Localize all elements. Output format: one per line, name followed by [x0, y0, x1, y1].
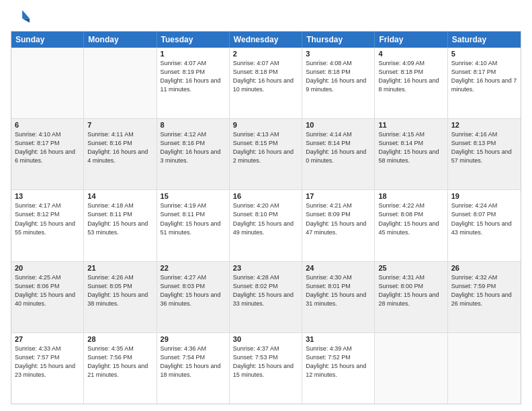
day-info: Sunrise: 4:18 AM Sunset: 8:11 PM Dayligh…	[87, 201, 152, 236]
calendar-row-3: 20Sunrise: 4:25 AM Sunset: 8:06 PM Dayli…	[11, 262, 521, 333]
day-number: 29	[161, 335, 226, 343]
calendar-cell	[448, 333, 521, 404]
calendar-cell: 23Sunrise: 4:28 AM Sunset: 8:02 PM Dayli…	[230, 262, 302, 332]
day-info: Sunrise: 4:24 AM Sunset: 8:07 PM Dayligh…	[451, 201, 517, 236]
calendar-cell: 2Sunrise: 4:07 AM Sunset: 8:18 PM Daylig…	[230, 48, 302, 118]
day-number: 2	[233, 50, 298, 58]
day-info: Sunrise: 4:07 AM Sunset: 8:19 PM Dayligh…	[161, 59, 226, 94]
calendar: SundayMondayTuesdayWednesdayThursdayFrid…	[11, 31, 521, 404]
day-info: Sunrise: 4:32 AM Sunset: 7:59 PM Dayligh…	[451, 273, 517, 308]
day-number: 3	[306, 50, 371, 58]
day-info: Sunrise: 4:07 AM Sunset: 8:18 PM Dayligh…	[233, 59, 298, 94]
calendar-cell: 7Sunrise: 4:11 AM Sunset: 8:16 PM Daylig…	[84, 119, 157, 189]
calendar-cell: 10Sunrise: 4:14 AM Sunset: 8:14 PM Dayli…	[302, 119, 375, 189]
svg-marker-0	[22, 10, 30, 18]
day-info: Sunrise: 4:13 AM Sunset: 8:15 PM Dayligh…	[233, 130, 298, 165]
day-number: 11	[378, 121, 443, 129]
day-number: 25	[378, 264, 443, 272]
day-info: Sunrise: 4:20 AM Sunset: 8:10 PM Dayligh…	[233, 201, 298, 236]
weekday-header-tuesday: Tuesday	[157, 32, 230, 48]
weekday-header-thursday: Thursday	[302, 32, 375, 48]
calendar-cell: 8Sunrise: 4:12 AM Sunset: 8:16 PM Daylig…	[157, 119, 230, 189]
day-number: 21	[87, 264, 152, 272]
day-number: 8	[161, 121, 226, 129]
day-info: Sunrise: 4:25 AM Sunset: 8:06 PM Dayligh…	[15, 273, 80, 308]
page: SundayMondayTuesdayWednesdayThursdayFrid…	[0, 0, 532, 411]
day-info: Sunrise: 4:16 AM Sunset: 8:13 PM Dayligh…	[451, 130, 517, 165]
day-number: 4	[378, 50, 443, 58]
day-number: 9	[233, 121, 298, 129]
day-number: 23	[233, 264, 298, 272]
calendar-cell	[11, 48, 84, 118]
day-number: 13	[15, 192, 80, 200]
calendar-cell: 26Sunrise: 4:32 AM Sunset: 7:59 PM Dayli…	[448, 262, 521, 332]
day-number: 7	[87, 121, 152, 129]
day-number: 28	[87, 335, 152, 343]
calendar-cell: 19Sunrise: 4:24 AM Sunset: 8:07 PM Dayli…	[448, 190, 521, 261]
calendar-cell: 13Sunrise: 4:17 AM Sunset: 8:12 PM Dayli…	[11, 190, 84, 261]
calendar-cell: 12Sunrise: 4:16 AM Sunset: 8:13 PM Dayli…	[448, 119, 521, 189]
day-number: 1	[161, 50, 226, 58]
calendar-cell: 17Sunrise: 4:21 AM Sunset: 8:09 PM Dayli…	[302, 190, 375, 261]
calendar-cell: 16Sunrise: 4:20 AM Sunset: 8:10 PM Dayli…	[230, 190, 302, 261]
calendar-cell: 3Sunrise: 4:08 AM Sunset: 8:18 PM Daylig…	[302, 48, 375, 118]
calendar-cell: 20Sunrise: 4:25 AM Sunset: 8:06 PM Dayli…	[11, 262, 84, 332]
day-info: Sunrise: 4:09 AM Sunset: 8:18 PM Dayligh…	[378, 59, 443, 94]
calendar-cell	[375, 333, 447, 404]
weekday-header-friday: Friday	[375, 32, 447, 48]
day-number: 5	[451, 50, 517, 58]
calendar-cell	[84, 48, 157, 118]
day-number: 10	[306, 121, 371, 129]
day-info: Sunrise: 4:27 AM Sunset: 8:03 PM Dayligh…	[161, 273, 226, 308]
day-number: 27	[15, 335, 80, 343]
day-number: 14	[87, 192, 152, 200]
calendar-cell: 21Sunrise: 4:26 AM Sunset: 8:05 PM Dayli…	[84, 262, 157, 332]
day-number: 30	[233, 335, 298, 343]
calendar-header: SundayMondayTuesdayWednesdayThursdayFrid…	[11, 32, 521, 48]
calendar-row-4: 27Sunrise: 4:33 AM Sunset: 7:57 PM Dayli…	[11, 333, 521, 404]
calendar-cell: 9Sunrise: 4:13 AM Sunset: 8:15 PM Daylig…	[230, 119, 302, 189]
calendar-cell: 28Sunrise: 4:35 AM Sunset: 7:56 PM Dayli…	[84, 333, 157, 404]
day-info: Sunrise: 4:39 AM Sunset: 7:52 PM Dayligh…	[306, 345, 371, 379]
calendar-cell: 27Sunrise: 4:33 AM Sunset: 7:57 PM Dayli…	[11, 333, 84, 404]
calendar-row-0: 1Sunrise: 4:07 AM Sunset: 8:19 PM Daylig…	[11, 48, 521, 119]
day-number: 17	[306, 192, 371, 200]
day-info: Sunrise: 4:15 AM Sunset: 8:14 PM Dayligh…	[378, 130, 443, 165]
day-number: 19	[451, 192, 517, 200]
day-number: 31	[306, 335, 371, 343]
day-number: 6	[15, 121, 80, 129]
day-info: Sunrise: 4:21 AM Sunset: 8:09 PM Dayligh…	[306, 201, 371, 236]
weekday-header-monday: Monday	[84, 32, 157, 48]
day-info: Sunrise: 4:19 AM Sunset: 8:11 PM Dayligh…	[161, 201, 226, 236]
weekday-header-sunday: Sunday	[11, 32, 84, 48]
day-number: 20	[15, 264, 80, 272]
day-number: 15	[161, 192, 226, 200]
day-info: Sunrise: 4:10 AM Sunset: 8:17 PM Dayligh…	[15, 130, 80, 165]
day-number: 24	[306, 264, 371, 272]
day-info: Sunrise: 4:14 AM Sunset: 8:14 PM Dayligh…	[306, 130, 371, 165]
svg-marker-1	[22, 19, 30, 23]
day-info: Sunrise: 4:35 AM Sunset: 7:56 PM Dayligh…	[87, 345, 152, 379]
calendar-cell: 14Sunrise: 4:18 AM Sunset: 8:11 PM Dayli…	[84, 190, 157, 261]
calendar-row-1: 6Sunrise: 4:10 AM Sunset: 8:17 PM Daylig…	[11, 119, 521, 190]
day-info: Sunrise: 4:28 AM Sunset: 8:02 PM Dayligh…	[233, 273, 298, 308]
calendar-cell: 30Sunrise: 4:37 AM Sunset: 7:53 PM Dayli…	[230, 333, 302, 404]
logo-icon	[11, 8, 30, 27]
header	[11, 8, 521, 27]
calendar-cell: 11Sunrise: 4:15 AM Sunset: 8:14 PM Dayli…	[375, 119, 447, 189]
calendar-cell: 29Sunrise: 4:36 AM Sunset: 7:54 PM Dayli…	[157, 333, 230, 404]
calendar-cell: 15Sunrise: 4:19 AM Sunset: 8:11 PM Dayli…	[157, 190, 230, 261]
calendar-cell: 6Sunrise: 4:10 AM Sunset: 8:17 PM Daylig…	[11, 119, 84, 189]
day-number: 12	[451, 121, 517, 129]
day-info: Sunrise: 4:31 AM Sunset: 8:00 PM Dayligh…	[378, 273, 443, 308]
calendar-cell: 24Sunrise: 4:30 AM Sunset: 8:01 PM Dayli…	[302, 262, 375, 332]
calendar-cell: 5Sunrise: 4:10 AM Sunset: 8:17 PM Daylig…	[448, 48, 521, 118]
day-info: Sunrise: 4:08 AM Sunset: 8:18 PM Dayligh…	[306, 59, 371, 94]
day-info: Sunrise: 4:10 AM Sunset: 8:17 PM Dayligh…	[451, 59, 517, 94]
day-info: Sunrise: 4:12 AM Sunset: 8:16 PM Dayligh…	[161, 130, 226, 165]
day-info: Sunrise: 4:30 AM Sunset: 8:01 PM Dayligh…	[306, 273, 371, 308]
day-number: 26	[451, 264, 517, 272]
calendar-cell: 31Sunrise: 4:39 AM Sunset: 7:52 PM Dayli…	[302, 333, 375, 404]
calendar-body: 1Sunrise: 4:07 AM Sunset: 8:19 PM Daylig…	[11, 48, 521, 404]
day-number: 16	[233, 192, 298, 200]
